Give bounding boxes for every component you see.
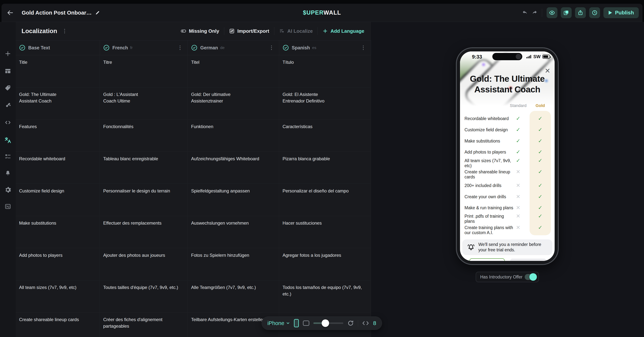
- publish-label: Publish: [615, 10, 634, 16]
- landscape-orientation-button[interactable]: [303, 320, 310, 326]
- localization-table: Base Text French fr ⋮ German de ⋮: [16, 40, 371, 337]
- issue-count-badge[interactable]: 8: [373, 320, 376, 326]
- column-label: Base Text: [28, 45, 50, 50]
- cell-german[interactable]: Aufzeichnungsfähiges Whiteboard: [188, 152, 279, 184]
- edit-title-button[interactable]: [95, 10, 100, 15]
- localization-toolbar: Missing Only Import/Export AI Localize A…: [181, 27, 364, 35]
- toolbar-divider: [318, 27, 318, 35]
- cell-german[interactable]: Gold: Der ultimative Assistenztrainer: [188, 87, 279, 119]
- cell-french[interactable]: Gold : L'Assistant Coach Ultime: [100, 87, 188, 119]
- column-header-base[interactable]: Base Text: [16, 40, 100, 55]
- cell-french[interactable]: Créer des fiches d'alignement partageabl…: [100, 312, 188, 337]
- table-row: Recordable whiteboard Tableau blanc enre…: [16, 152, 371, 184]
- table-row: Gold: The Ultimate Assistant Coach Gold …: [16, 87, 371, 120]
- dynamic-island: [492, 53, 522, 60]
- refresh-button[interactable]: [348, 320, 354, 326]
- portrait-orientation-button[interactable]: [294, 319, 299, 327]
- publish-button[interactable]: Publish: [604, 7, 639, 18]
- logo-accent: $UPER: [303, 9, 324, 16]
- back-button[interactable]: [7, 9, 14, 16]
- cell-german[interactable]: Titel: [188, 55, 279, 87]
- slider-knob[interactable]: [322, 320, 329, 327]
- duplicate-button[interactable]: [561, 7, 572, 18]
- share-button[interactable]: [575, 7, 586, 18]
- cell-base[interactable]: Make substitutions: [16, 216, 100, 248]
- cell-spanish[interactable]: Agregar fotos a los jugadores: [279, 248, 371, 280]
- cell-french[interactable]: Titre: [100, 55, 188, 87]
- play-icon: [608, 10, 612, 15]
- import-export-button[interactable]: Import/Export: [229, 28, 269, 34]
- cell-french[interactable]: Ajouter des photos aux joueurs: [100, 248, 188, 280]
- table-row: Add photos to players Ajouter des photos…: [16, 248, 371, 280]
- circle-check-icon: [103, 44, 110, 51]
- table-header-row: Base Text French fr ⋮ German de ⋮: [16, 40, 371, 55]
- gold-mark: ✓: [532, 213, 549, 219]
- cell-base[interactable]: Create shareable lineup cards: [16, 312, 100, 337]
- cell-spanish[interactable]: Todos los tamaños de equipo (7v7, 9v9, e…: [279, 280, 371, 312]
- cell-spanish[interactable]: Características: [279, 120, 371, 152]
- column-menu-button[interactable]: ⋮: [269, 45, 274, 50]
- signal-icon: [526, 55, 532, 58]
- device-name: iPhone: [268, 320, 284, 326]
- cell-spanish[interactable]: Gold: El Asistente Entrenador Definitivo: [279, 87, 371, 119]
- sidebar-item-checklist[interactable]: [0, 151, 16, 162]
- code-view-button[interactable]: [362, 320, 369, 326]
- sidebar-item-notifications[interactable]: [0, 168, 16, 179]
- sidebar-item-code[interactable]: [0, 117, 16, 128]
- cell-german[interactable]: Auswechslungen vornehmen: [188, 216, 279, 248]
- sidebar-item-theme[interactable]: [0, 100, 16, 111]
- cell-base[interactable]: Features: [16, 120, 100, 152]
- clock-icon: [592, 10, 598, 16]
- cell-spanish[interactable]: Hacer sustituciones: [279, 216, 371, 248]
- undo-button[interactable]: [522, 10, 528, 16]
- back-arrow-icon: [7, 9, 14, 16]
- feature-row: Create your own drills ✕ ✓: [464, 194, 554, 205]
- cell-german[interactable]: Fotos zu Spielern hinzufügen: [188, 248, 279, 280]
- sidebar-item-localization[interactable]: [0, 134, 16, 146]
- cell-french[interactable]: Fonctionnalités: [100, 120, 188, 152]
- intro-offer-toggle[interactable]: [525, 274, 536, 280]
- zoom-slider[interactable]: [314, 320, 343, 327]
- cell-french[interactable]: Tableau blanc enregistrable: [100, 152, 188, 184]
- cell-french[interactable]: Personnaliser le design du terrain: [100, 184, 188, 216]
- history-button[interactable]: [589, 7, 600, 18]
- cell-spanish[interactable]: Personalizar el diseño del campo: [279, 184, 371, 216]
- superwall-logo: $UPERWALL: [303, 9, 341, 16]
- column-menu-button[interactable]: ⋮: [178, 45, 183, 50]
- sidebar-item-settings[interactable]: [0, 184, 16, 196]
- localization-menu-button[interactable]: ⋮: [62, 28, 67, 34]
- cell-german[interactable]: Spielfeldgestaltung anpassen: [188, 184, 279, 216]
- ai-localize-button[interactable]: AI Localize: [279, 28, 313, 34]
- sidebar-item-console[interactable]: [0, 201, 16, 212]
- column-menu-button[interactable]: ⋮: [361, 45, 366, 50]
- column-header-spanish[interactable]: Spanish es ⋮: [279, 40, 371, 55]
- standard-mark: ✓: [510, 149, 526, 155]
- cell-spanish[interactable]: Pizarra blanca grabable: [279, 152, 371, 184]
- device-toolbar: iPhone 8: [262, 316, 382, 330]
- cell-french[interactable]: Effectuer des remplacements: [100, 216, 188, 248]
- cell-base[interactable]: Customize field design: [16, 184, 100, 216]
- preview-mode-button[interactable]: [546, 7, 558, 18]
- cell-base[interactable]: Gold: The Ultimate Assistant Coach: [16, 87, 100, 119]
- column-header-german[interactable]: German de ⋮: [188, 40, 279, 55]
- device-selector[interactable]: iPhone: [268, 320, 290, 326]
- cell-base[interactable]: Title: [16, 55, 100, 87]
- sidebar-item-products[interactable]: [0, 82, 16, 93]
- cell-german[interactable]: Alle Teamgrößen (7v7, 9v9, etc.): [188, 280, 279, 312]
- add-language-button[interactable]: Add Language: [322, 28, 364, 34]
- column-header-french[interactable]: French fr ⋮: [100, 40, 188, 55]
- cell-spanish[interactable]: Título: [279, 55, 371, 87]
- redo-button[interactable]: [532, 10, 538, 16]
- cell-base[interactable]: Recordable whiteboard: [16, 152, 100, 184]
- intro-offer-control: Has Introductory Offer: [476, 272, 539, 282]
- phone-screen: 9:33 SW ✕ Gold: The Ultimate Assistant C…: [460, 52, 554, 261]
- column-code: de: [220, 46, 224, 50]
- cell-french[interactable]: Toutes tailles d'équipe (7v7, 9v9, etc.): [100, 280, 188, 312]
- localization-header: Localization ⋮ Missing Only Import/Expor…: [16, 22, 371, 40]
- cell-base[interactable]: Add photos to players: [16, 248, 100, 280]
- cell-german[interactable]: Funktionen: [188, 120, 279, 152]
- cell-base[interactable]: All team sizes (7v7, 9v9, etc): [16, 280, 100, 312]
- missing-only-toggle[interactable]: Missing Only: [181, 28, 219, 34]
- sidebar-item-add[interactable]: [0, 48, 16, 59]
- sidebar-item-layout[interactable]: [0, 66, 16, 77]
